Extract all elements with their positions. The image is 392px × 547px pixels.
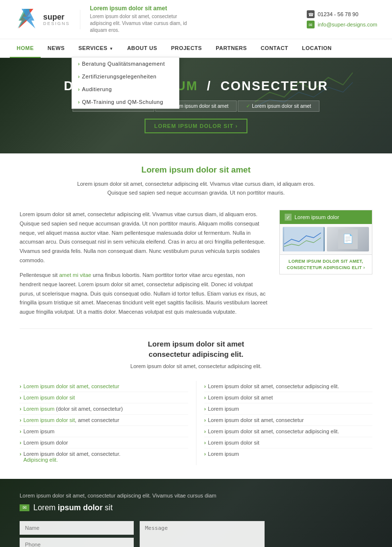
- contact-title-row: ✉ Lorem ipsum dolor sit: [20, 503, 372, 512]
- list-col-right: › Lorem ipsum dolor sit amet, consectetu…: [196, 381, 373, 465]
- list-item: › Lorem ipsum dolor sit amet, consectetu…: [20, 381, 188, 392]
- nav-list: HOME NEWS SERVICES ▼ › Beratung Qualität…: [10, 39, 382, 57]
- list-link[interactable]: Lorem ipsum dolor sit amet, consectetur: [24, 383, 120, 389]
- hero-section: DOLOR AMET IPSUM / CONSECTETUR ✓ Lorem i…: [0, 58, 392, 153]
- form-fields: SEND ›: [20, 521, 134, 547]
- arrow-icon: ›: [20, 383, 22, 389]
- left-column: Lorem ipsum dolor sit amet, consectetur …: [20, 210, 268, 317]
- contact-form: SEND ›: [20, 521, 265, 547]
- right-box-link[interactable]: LOREM IPSUM DOLOR SIT AMET, CONSECTETUR …: [283, 258, 368, 271]
- nav-item-home[interactable]: HOME: [10, 39, 41, 58]
- phone-input[interactable]: [20, 538, 134, 547]
- contact-intro: Lorem ipsum dolor sit amet, consectetur …: [20, 493, 372, 498]
- list-item: › Lorem ipsum dolor sit amet, consectetu…: [204, 415, 373, 426]
- svg-text:📄: 📄: [343, 233, 354, 244]
- nav-item-projects[interactable]: PROJECTS: [164, 39, 209, 57]
- right-box-label: Lorem ipsum dolor: [294, 214, 339, 220]
- phone-number: 01234 - 56 78 90: [318, 11, 358, 17]
- main-section: Lorem ipsum dolor sit amet Lorem ipsum d…: [0, 153, 392, 210]
- email-link[interactable]: info@super-designs.com: [318, 22, 377, 27]
- dropdown-item-4[interactable]: › QM-Training und QM-Schulung: [72, 96, 179, 108]
- right-box-header: ✓ Lorem ipsum dolor: [280, 210, 372, 224]
- main-subtitle-1: Lorem ipsum dolor sit amet, consectetur …: [20, 180, 372, 189]
- contact-bg-section: Lorem ipsum dolor sit amet, consectetur …: [0, 479, 392, 547]
- list-item: › Lorem ipsum (dolor sit amet, consectet…: [20, 403, 188, 415]
- main-nav: HOME NEWS SERVICES ▼ › Beratung Qualität…: [0, 39, 392, 58]
- mid-title: Lorem ipsum dolor sit amet consectetur a…: [20, 339, 372, 359]
- header-tagline: Lorem ipsum dolor sit amet Lorem ipsum d…: [90, 5, 188, 34]
- list-link[interactable]: Lorem ipsum dolor sit: [24, 417, 75, 423]
- phone-icon: ☎: [307, 10, 315, 18]
- list-item: › Lorem ipsum dolor sit amet, consectetu…: [204, 381, 373, 392]
- services-dropdown: › Beratung Qualitätsmanagement › Zertifi…: [72, 57, 179, 109]
- right-box-images: 📄: [280, 224, 372, 254]
- list-item: › Lorem ipsum: [204, 448, 373, 459]
- para2-link[interactable]: amet mi vitae: [59, 272, 91, 278]
- list-item: › Lorem ipsum dolor: [20, 437, 188, 448]
- para2-suffix: urna finibus lobortis. Nam porttitor tor…: [20, 272, 268, 315]
- email-icon: ✉: [307, 21, 315, 28]
- message-textarea[interactable]: [140, 521, 265, 547]
- check-box-icon: ✓: [285, 214, 292, 221]
- para2-prefix: Pellentesque sit: [20, 272, 58, 278]
- dropdown-arrow: ▼: [109, 47, 113, 51]
- list-link[interactable]: Adipiscing elit.: [24, 457, 58, 463]
- list-item: › Lorem ipsum dolor sit amet, consectetu…: [204, 426, 373, 437]
- nav-item-location[interactable]: LOCATION: [295, 39, 339, 57]
- name-input[interactable]: [20, 521, 134, 535]
- list-item: › Lorem ipsum dolor sit amet, consectetu…: [20, 448, 188, 465]
- contact-title: Lorem ipsum dolor sit: [33, 503, 113, 512]
- list-item: › Lorem ipsum dolor sit: [20, 392, 188, 403]
- hero-cta-button[interactable]: LOREM IPSUM DOLOR SIT ›: [145, 119, 247, 133]
- dropdown-item-3[interactable]: › Auditierung: [72, 83, 179, 96]
- nav-item-services[interactable]: SERVICES ▼ › Beratung Qualitätsmanagemen…: [72, 39, 120, 57]
- svg-rect-7: [284, 227, 323, 251]
- nav-item-contact[interactable]: CONTACT: [254, 39, 295, 57]
- list-link[interactable]: Lorem ipsum dolor sit: [24, 395, 75, 400]
- main-title: Lorem ipsum dolor sit amet: [20, 165, 372, 175]
- right-box-image-2: 📄: [327, 227, 369, 251]
- nav-item-about[interactable]: ABOUT US: [120, 39, 164, 57]
- dropdown-item-2[interactable]: › Zertifizierungsgelegenheiten: [72, 70, 179, 83]
- email-row: ✉ info@super-designs.com: [307, 21, 377, 28]
- left-para-1: Lorem ipsum dolor sit amet, consectetur …: [20, 210, 268, 265]
- list-link[interactable]: Lorem ipsum: [24, 406, 55, 412]
- list-item: › Lorem ipsum dolor sit, amet consectetu…: [20, 415, 188, 426]
- phone-row: ☎ 01234 - 56 78 90: [307, 10, 377, 18]
- main-subtitle-2: Quisque sed sapien sed neque accumsan gr…: [20, 189, 372, 198]
- list-item: › Lorem ipsum dolor sit: [204, 437, 373, 448]
- list-item: › Lorem ipsum dolor sit amet: [204, 392, 373, 403]
- envelope-icon: ✉: [20, 504, 29, 511]
- logo-icon: [15, 7, 38, 32]
- logo-text: super DESIGNS: [43, 13, 70, 26]
- list-item: › Lorem ipsum: [204, 403, 373, 415]
- svg-text:☎: ☎: [308, 12, 314, 17]
- right-column: ✓ Lorem ipsum dolor 📄: [279, 210, 372, 317]
- list-item: › Lorem ipsum: [20, 426, 188, 437]
- mid-section: Lorem ipsum dolor sit amet consectetur a…: [0, 329, 392, 381]
- logo-area: super DESIGNS Lorem ipsum dolor sit amet…: [15, 5, 188, 34]
- mid-subtitle: Lorem ipsum dolor sit amet, consectetur …: [20, 363, 372, 369]
- svg-text:✉: ✉: [309, 23, 313, 27]
- header-contact: ☎ 01234 - 56 78 90 ✉ info@super-designs.…: [307, 10, 377, 28]
- nav-item-news[interactable]: NEWS: [41, 39, 72, 57]
- arrow-icon: ›: [78, 61, 80, 67]
- header: super DESIGNS Lorem ipsum dolor sit amet…: [0, 0, 392, 39]
- right-box: ✓ Lorem ipsum dolor 📄: [279, 210, 372, 274]
- list-grid: › Lorem ipsum dolor sit amet, consectetu…: [0, 381, 392, 479]
- right-box-image-1: [283, 227, 325, 251]
- dropdown-item-1[interactable]: › Beratung Qualitätsmanagement: [72, 57, 179, 70]
- nav-item-partners[interactable]: PARTNERS: [209, 39, 254, 57]
- left-para-2: Pellentesque sit amet mi vitae urna fini…: [20, 271, 268, 316]
- list-col-left: › Lorem ipsum dolor sit amet, consectetu…: [20, 381, 196, 465]
- hero-badge-3: ✓ Lorem ipsum dolor sit amet: [238, 100, 319, 112]
- right-box-footer: LOREM IPSUM DOLOR SIT AMET, CONSECTETUR …: [280, 254, 372, 274]
- two-col-layout: Lorem ipsum dolor sit amet, consectetur …: [0, 210, 392, 328]
